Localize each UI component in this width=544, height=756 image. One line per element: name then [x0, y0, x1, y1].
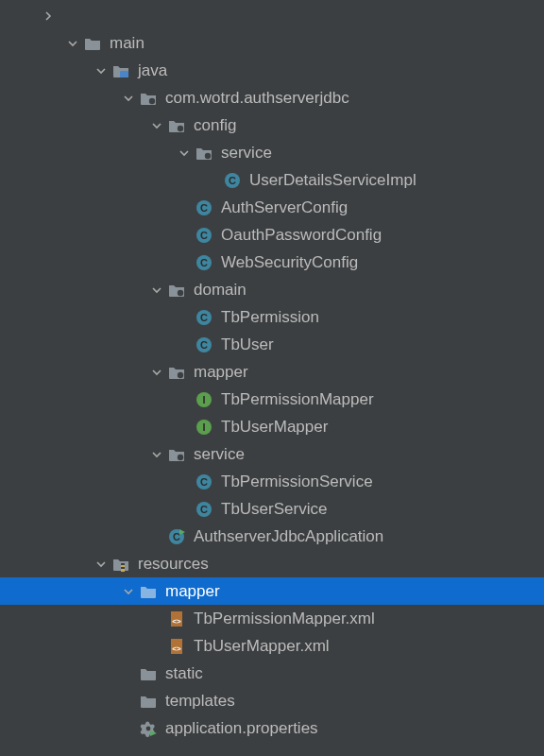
project-tree[interactable]: mainjavacom.wotrd.authserverjdbcconfigse…: [0, 0, 544, 742]
tree-row[interactable]: com.wotrd.authserverjdbc: [0, 84, 544, 112]
chevron-down-icon[interactable]: [94, 558, 108, 571]
folder-icon: [139, 664, 158, 683]
chevron-down-icon[interactable]: [122, 585, 135, 598]
package-icon: [139, 89, 158, 108]
folder-icon: [83, 34, 102, 53]
svg-text:I: I: [202, 394, 205, 405]
svg-text:C: C: [200, 230, 208, 241]
tree-row[interactable]: mapper: [0, 358, 544, 386]
tree-label: resources: [138, 555, 209, 574]
tree-row[interactable]: <>TbPermissionMapper.xml: [0, 605, 544, 632]
svg-text:C: C: [173, 531, 180, 542]
chevron-down-icon[interactable]: [150, 448, 163, 461]
xml-icon: <>: [167, 637, 186, 656]
tree-label: application.properties: [165, 719, 318, 738]
tree-row[interactable]: CAuthServerConfig: [0, 194, 544, 221]
tree-label: com.wotrd.authserverjdbc: [165, 89, 349, 108]
tree-row[interactable]: CWebSecurityConfig: [0, 249, 544, 276]
class-icon: C: [195, 198, 213, 217]
tree-label: mapper: [165, 582, 220, 601]
tree-row[interactable]: templates: [0, 687, 544, 714]
tree-row[interactable]: java: [0, 57, 544, 84]
xml-icon: <>: [167, 610, 186, 628]
tree-label: config: [194, 116, 236, 135]
properties-icon: [139, 719, 158, 738]
tree-label: TbPermission: [221, 308, 319, 327]
svg-point-2: [178, 125, 183, 130]
tree-row[interactable]: ITbPermissionMapper: [0, 386, 544, 413]
tree-row[interactable]: CTbPermissionService: [0, 468, 544, 495]
tree-row[interactable]: config: [0, 112, 544, 139]
svg-text:I: I: [202, 421, 205, 433]
chevron-down-icon[interactable]: [150, 366, 163, 379]
svg-rect-0: [120, 71, 128, 77]
tree-label: mapper: [194, 363, 248, 382]
tree-label: java: [138, 61, 167, 80]
tree-row[interactable]: CUserDetailsServiceImpl: [0, 166, 544, 194]
tree-row[interactable]: <>TbUserMapper.xml: [0, 632, 544, 660]
tree-row[interactable]: CTbUser: [0, 331, 544, 358]
tree-label: AuthServerConfig: [221, 198, 348, 217]
svg-point-36: [146, 726, 151, 730]
folder-icon: [139, 582, 158, 601]
tree-label: service: [221, 144, 272, 163]
svg-point-12: [178, 289, 183, 295]
tree-label: OauthPasswordConfig: [221, 226, 382, 245]
package-icon: [167, 445, 186, 464]
class-icon: C: [195, 308, 213, 327]
svg-rect-30: [121, 563, 125, 565]
tree-row[interactable]: CTbPermission: [0, 303, 544, 331]
tree-row[interactable]: main: [0, 29, 544, 57]
svg-text:C: C: [200, 476, 208, 488]
package-icon: [167, 116, 186, 135]
tree-row[interactable]: ITbUserMapper: [0, 413, 544, 440]
tree-label: AuthserverJdbcApplication: [194, 527, 383, 546]
tree-row[interactable]: COauthPasswordConfig: [0, 221, 544, 249]
tree-label: domain: [194, 281, 246, 300]
svg-point-17: [178, 371, 183, 377]
tree-label: main: [110, 34, 144, 53]
chevron-down-icon[interactable]: [66, 37, 79, 50]
chevron-right-icon[interactable]: [42, 9, 55, 23]
chevron-down-icon[interactable]: [150, 284, 163, 297]
svg-point-22: [178, 454, 183, 459]
chevron-down-icon[interactable]: [122, 92, 135, 105]
svg-text:C: C: [200, 312, 208, 323]
tree-row[interactable]: [0, 2, 544, 29]
folder-icon: [139, 692, 158, 711]
chevron-down-icon[interactable]: [178, 146, 191, 160]
tree-row[interactable]: static: [0, 660, 544, 687]
tree-row[interactable]: mapper: [0, 577, 544, 605]
tree-label: TbPermissionMapper: [221, 390, 374, 409]
svg-point-3: [205, 152, 211, 158]
package-icon: [167, 281, 186, 300]
tree-row[interactable]: domain: [0, 276, 544, 303]
chevron-down-icon[interactable]: [150, 119, 163, 132]
tree-row[interactable]: CTbUserService: [0, 495, 544, 523]
folder-resource-icon: [111, 555, 130, 574]
tree-label: TbPermissionService: [221, 472, 373, 491]
svg-text:C: C: [200, 504, 208, 515]
class-icon: C: [195, 335, 213, 354]
package-icon: [195, 144, 213, 163]
tree-label: TbUserMapper: [221, 418, 328, 437]
svg-text:<>: <>: [172, 617, 181, 626]
class-icon: C: [195, 253, 213, 272]
tree-label: templates: [165, 692, 235, 711]
chevron-down-icon[interactable]: [94, 64, 108, 77]
svg-point-1: [149, 97, 155, 103]
svg-text:C: C: [200, 202, 208, 214]
tree-row[interactable]: application.properties: [0, 714, 544, 742]
folder-src-icon: [111, 61, 130, 80]
tree-row[interactable]: resources: [0, 550, 544, 577]
tree-label: service: [194, 445, 245, 464]
tree-row[interactable]: service: [0, 440, 544, 468]
svg-text:C: C: [229, 175, 236, 186]
tree-row[interactable]: service: [0, 139, 544, 166]
class-icon: C: [223, 171, 242, 190]
interface-icon: I: [195, 418, 213, 437]
svg-rect-31: [121, 567, 125, 569]
svg-text:C: C: [200, 257, 208, 268]
tree-label: TbPermissionMapper.xml: [194, 610, 375, 628]
tree-row[interactable]: CAuthserverJdbcApplication: [0, 523, 544, 550]
